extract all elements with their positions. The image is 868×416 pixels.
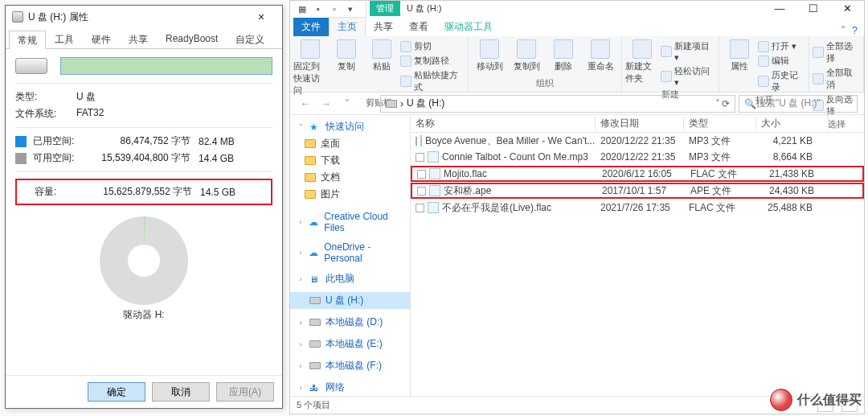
ribbon-tab-share[interactable]: 共享 <box>366 18 401 36</box>
column-headers[interactable]: 名称 修改日期 类型 大小 <box>411 115 864 133</box>
file-name: 安和桥.ape <box>444 184 491 198</box>
file-row[interactable]: Mojito.flac2020/6/12 16:05FLAC 文件21,438 … <box>411 166 864 182</box>
tab-sharing[interactable]: 共享 <box>120 30 157 48</box>
row-checkbox[interactable] <box>416 153 424 162</box>
row-checkbox[interactable] <box>417 187 426 196</box>
nav-up-button[interactable]: ↑ <box>359 95 377 113</box>
sidebar-disk-d[interactable]: ›本地磁盘 (D:) <box>290 314 410 331</box>
free-color-swatch <box>15 153 27 164</box>
select-none-button[interactable]: 全部取消 <box>813 66 860 92</box>
file-date: 2020/6/12 16:05 <box>597 168 686 179</box>
move-to-button[interactable]: 移动到 <box>472 39 507 72</box>
sidebar-quick-access[interactable]: ˅快速访问 <box>290 118 410 135</box>
volume-label-input[interactable] <box>60 57 272 75</box>
easy-access-button[interactable]: 轻松访问 ▾ <box>661 64 715 89</box>
dialog-title: U 盘 (H:) 属性 <box>28 10 247 24</box>
sidebar-udisk[interactable]: U 盘 (H:) <box>290 292 410 309</box>
sidebar-creative-cloud[interactable]: ›Creative Cloud Files <box>290 209 410 235</box>
sidebar-disk-f[interactable]: ›本地磁盘 (F:) <box>290 357 410 374</box>
type-label: 类型: <box>15 90 76 104</box>
refresh-icon[interactable]: ⟳ <box>722 98 730 109</box>
file-row[interactable]: 不必在乎我是谁(Live).flac2021/7/26 17:35FLAC 文件… <box>411 200 864 216</box>
pin-quick-access-button[interactable]: 固定到快速访问 <box>293 39 327 97</box>
file-icon <box>428 202 439 213</box>
cancel-button[interactable]: 取消 <box>152 382 210 402</box>
nav-back-button[interactable]: ← <box>297 95 314 113</box>
row-checkbox[interactable] <box>417 170 426 179</box>
tab-readyboost[interactable]: ReadyBoost <box>157 30 227 48</box>
col-date[interactable]: 修改日期 <box>596 117 684 130</box>
search-input[interactable]: 🔍 搜索"U 盘 (H:)" <box>739 95 858 113</box>
properties-body: 类型:U 盘 文件系统:FAT32 已用空间: 86,474,752 字节 82… <box>6 49 282 375</box>
type-value: U 盘 <box>76 90 272 104</box>
paste-button[interactable]: 粘贴 <box>365 39 399 72</box>
dialog-titlebar[interactable]: U 盘 (H:) 属性 × <box>6 6 282 28</box>
address-dropdown-icon[interactable]: ˅ <box>715 98 720 109</box>
properties-button[interactable]: 属性 <box>723 39 756 72</box>
edit-button[interactable]: 编辑 <box>758 54 805 68</box>
file-type: FLAC 文件 <box>684 201 756 215</box>
ribbon-tab-file[interactable]: 文件 <box>293 18 329 36</box>
ok-button[interactable]: 确定 <box>88 382 145 402</box>
folder-icon[interactable]: ▦ <box>295 2 309 15</box>
explorer-titlebar[interactable]: ▦ ▪ ▫ ▾ 管理 U 盘 (H:) — ☐ ✕ <box>290 1 864 19</box>
new-folder-button[interactable]: 新建文件夹 <box>625 39 659 84</box>
nav-pane: ˅快速访问 桌面 下载 文档 图片 ›Creative Cloud Files … <box>290 115 411 396</box>
maximize-button[interactable]: ☐ <box>796 1 830 17</box>
col-type[interactable]: 类型 <box>684 117 756 130</box>
sidebar-network[interactable]: ›网络 <box>290 379 410 396</box>
copy-button[interactable]: 复制 <box>329 39 362 72</box>
help-icon[interactable]: ? <box>852 25 858 36</box>
col-size[interactable]: 大小 <box>756 117 829 130</box>
qat-customize-icon[interactable]: ▾ <box>343 2 358 15</box>
nav-forward-button[interactable]: → <box>317 95 335 113</box>
search-icon: 🔍 <box>744 98 756 109</box>
cut-button[interactable]: 剪切 <box>400 39 465 53</box>
qat-props-icon[interactable]: ▪ <box>311 2 326 15</box>
file-row[interactable]: Boyce Avenue、Bea Miller - We Can't...202… <box>411 133 864 149</box>
search-placeholder: 搜索"U 盘 (H:)" <box>756 97 821 110</box>
col-name[interactable]: 名称 <box>411 117 596 130</box>
sidebar-documents[interactable]: 文档 <box>290 169 410 186</box>
history-button[interactable]: 历史记录 <box>758 68 805 94</box>
sidebar-this-pc[interactable]: ›此电脑 <box>290 270 410 287</box>
address-bar: ← → ˅ ↑ › U 盘 (H:) ˅⟳ 🔍 搜索"U 盘 (H:)" <box>290 93 864 115</box>
nav-recent-button[interactable]: ˅ <box>338 95 356 113</box>
sidebar-desktop[interactable]: 桌面 <box>290 135 410 152</box>
paste-shortcut-button[interactable]: 粘贴快捷方式 <box>400 68 465 94</box>
select-all-button[interactable]: 全部选择 <box>813 39 860 65</box>
close-button[interactable]: ✕ <box>830 1 864 17</box>
ribbon-tab-home[interactable]: 主页 <box>329 17 366 36</box>
file-size: 25,488 KB <box>756 202 829 213</box>
file-row[interactable]: 安和桥.ape2017/10/1 1:57APE 文件24,430 KB <box>411 183 864 199</box>
ribbon-collapse-icon[interactable]: ˄ <box>841 25 845 36</box>
sidebar-disk-e[interactable]: ›本地磁盘 (E:) <box>290 336 410 352</box>
tab-general[interactable]: 常规 <box>9 31 46 49</box>
minimize-button[interactable]: — <box>763 1 796 17</box>
tab-customize[interactable]: 自定义 <box>227 30 273 48</box>
delete-button[interactable]: 删除 <box>546 39 581 72</box>
tab-hardware[interactable]: 硬件 <box>83 30 120 48</box>
file-row[interactable]: Connie Talbot - Count On Me.mp32020/12/2… <box>411 149 864 165</box>
copy-path-button[interactable]: 复制路径 <box>400 54 465 68</box>
watermark-text: 什么值得买 <box>797 392 862 409</box>
apply-button[interactable]: 应用(A) <box>216 382 274 402</box>
new-item-button[interactable]: 新建项目 ▾ <box>661 39 715 64</box>
sidebar-pictures[interactable]: 图片 <box>290 186 410 203</box>
ribbon-tab-view[interactable]: 查看 <box>401 18 436 36</box>
sidebar-downloads[interactable]: 下载 <box>290 152 410 169</box>
qat-new-folder-icon[interactable]: ▫ <box>327 2 342 15</box>
open-button[interactable]: 打开 ▾ <box>758 39 805 53</box>
ribbon-tab-drivetools[interactable]: 驱动器工具 <box>436 18 501 36</box>
file-size: 24,430 KB <box>758 185 830 196</box>
row-checkbox[interactable] <box>416 204 424 212</box>
row-checkbox[interactable] <box>416 137 417 146</box>
sidebar-onedrive[interactable]: ›OneDrive - Personal <box>290 240 410 266</box>
tab-tools[interactable]: 工具 <box>46 30 83 48</box>
file-type: FLAC 文件 <box>686 167 758 181</box>
address-field[interactable]: › U 盘 (H:) ˅⟳ <box>380 95 735 113</box>
close-icon[interactable]: × <box>247 11 276 23</box>
watermark-logo-icon <box>770 389 792 411</box>
rename-button[interactable]: 重命名 <box>583 39 618 72</box>
copy-to-button[interactable]: 复制到 <box>509 39 544 72</box>
